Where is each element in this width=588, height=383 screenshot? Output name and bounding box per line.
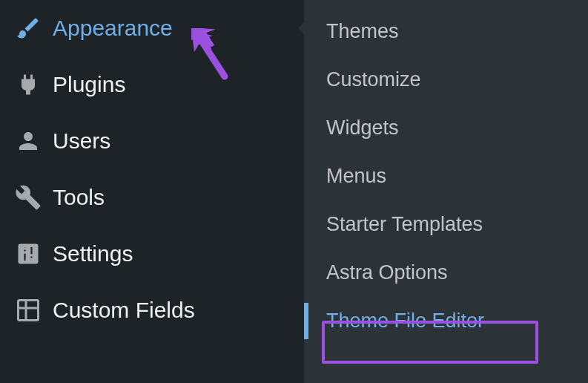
- paintbrush-icon: [11, 15, 45, 42]
- user-icon: [11, 128, 45, 154]
- sidebar-item-label: Appearance: [53, 16, 173, 41]
- submenu-item-label: Astra Options: [326, 261, 448, 284]
- submenu-item-menus[interactable]: Menus: [304, 152, 588, 200]
- submenu-item-label: Theme File Editor: [326, 310, 484, 333]
- sidebar-item-label: Tools: [53, 185, 105, 210]
- sidebar-item-plugins[interactable]: Plugins: [0, 56, 304, 113]
- submenu-item-label: Themes: [326, 20, 399, 43]
- sidebar-item-label: Users: [53, 128, 110, 154]
- submenu-item-label: Menus: [326, 165, 386, 188]
- submenu-item-label: Customize: [326, 68, 421, 91]
- submenu-item-label: Starter Templates: [326, 213, 483, 236]
- submenu-item-astra-options[interactable]: Astra Options: [304, 249, 588, 297]
- svg-point-3: [23, 249, 27, 252]
- plug-icon: [11, 71, 45, 98]
- sidebar-item-custom-fields[interactable]: Custom Fields: [0, 282, 304, 338]
- svg-point-4: [30, 255, 33, 259]
- grid-icon: [11, 297, 45, 324]
- svg-rect-5: [19, 301, 39, 321]
- submenu-item-theme-file-editor[interactable]: Theme File Editor: [304, 297, 588, 345]
- sidebar-item-label: Custom Fields: [53, 298, 195, 323]
- wrench-icon: [11, 184, 45, 211]
- submenu-item-widgets[interactable]: Widgets: [304, 104, 588, 152]
- sidebar-item-appearance[interactable]: Appearance: [0, 0, 304, 56]
- submenu-item-themes[interactable]: Themes: [304, 7, 588, 56]
- submenu-item-customize[interactable]: Customize: [304, 56, 588, 104]
- sidebar-item-users[interactable]: Users: [0, 113, 304, 169]
- sidebar-item-settings[interactable]: Settings: [0, 226, 304, 282]
- sidebar-item-label: Plugins: [53, 72, 125, 97]
- sidebar-item-label: Settings: [53, 241, 133, 266]
- appearance-submenu: Themes Customize Widgets Menus Starter T…: [304, 0, 588, 383]
- sliders-icon: [11, 240, 45, 267]
- admin-main-sidebar: Appearance Plugins Users Tools: [0, 0, 304, 383]
- submenu-item-starter-templates[interactable]: Starter Templates: [304, 200, 588, 249]
- submenu-item-label: Widgets: [326, 117, 399, 140]
- svg-rect-0: [19, 244, 39, 264]
- sidebar-item-tools[interactable]: Tools: [0, 169, 304, 226]
